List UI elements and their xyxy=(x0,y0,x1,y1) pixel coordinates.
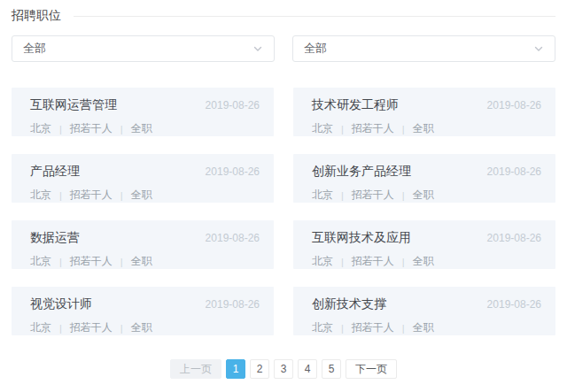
category-select[interactable]: 全部 xyxy=(12,35,275,62)
job-headcount: 招若干人 xyxy=(352,320,394,335)
meta-separator: | xyxy=(113,190,131,201)
job-meta: 北京 | 招若干人 | 全职 xyxy=(30,121,260,136)
pagination: 上一页 1 2 3 4 5 下一页 xyxy=(12,359,555,379)
job-title: 技术研发工程师 xyxy=(312,97,399,113)
page-button-2[interactable]: 2 xyxy=(250,359,269,379)
job-location: 北京 xyxy=(312,121,333,136)
meta-separator: | xyxy=(113,124,131,135)
job-date: 2019-08-26 xyxy=(487,165,541,178)
job-card[interactable]: 产品经理 2019-08-26 北京 | 招若干人 | 全职 xyxy=(12,154,274,203)
job-card[interactable]: 互联网技术及应用 2019-08-26 北京 | 招若干人 | 全职 xyxy=(293,220,555,269)
job-title: 产品经理 xyxy=(30,164,80,180)
job-card[interactable]: 技术研发工程师 2019-08-26 北京 | 招若干人 | 全职 xyxy=(293,88,555,136)
job-title: 互联网技术及应用 xyxy=(312,230,411,246)
job-date: 2019-08-26 xyxy=(487,232,541,244)
meta-separator: | xyxy=(333,124,352,135)
job-title: 数据运营 xyxy=(30,230,80,246)
job-location: 北京 xyxy=(30,188,51,203)
job-meta: 北京 | 招若干人 | 全职 xyxy=(30,320,260,335)
meta-separator: | xyxy=(333,257,352,267)
job-type: 全职 xyxy=(413,320,434,335)
job-location: 北京 xyxy=(30,320,51,335)
job-headcount: 招若干人 xyxy=(70,320,113,335)
meta-separator: | xyxy=(51,323,70,334)
job-meta: 北京 | 招若干人 | 全职 xyxy=(312,188,541,203)
category-select-value: 全部 xyxy=(23,41,46,57)
meta-separator: | xyxy=(394,257,413,267)
job-type: 全职 xyxy=(131,320,152,335)
job-card[interactable]: 创新业务产品经理 2019-08-26 北京 | 招若干人 | 全职 xyxy=(293,154,555,203)
job-location: 北京 xyxy=(30,121,51,136)
job-headcount: 招若干人 xyxy=(70,121,113,136)
job-location: 北京 xyxy=(312,254,333,269)
job-headcount: 招若干人 xyxy=(352,188,394,203)
page-button-3[interactable]: 3 xyxy=(274,359,293,379)
job-headcount: 招若干人 xyxy=(70,188,113,203)
job-meta: 北京 | 招若干人 | 全职 xyxy=(30,254,260,269)
page-title: 招聘职位 xyxy=(12,8,61,24)
job-location: 北京 xyxy=(312,320,333,335)
job-meta: 北京 | 招若干人 | 全职 xyxy=(312,320,541,335)
header-divider xyxy=(74,16,555,17)
job-date: 2019-08-26 xyxy=(206,99,260,111)
job-title: 创新技术支撑 xyxy=(312,296,386,312)
meta-separator: | xyxy=(51,257,70,267)
job-title: 互联网运营管理 xyxy=(30,97,117,113)
job-type: 全职 xyxy=(413,254,434,269)
meta-separator: | xyxy=(394,124,413,135)
prev-page-button[interactable]: 上一页 xyxy=(170,359,221,379)
meta-separator: | xyxy=(394,190,413,201)
job-list: 互联网运营管理 2019-08-26 北京 | 招若干人 | 全职 技术研发工程… xyxy=(12,88,555,335)
meta-separator: | xyxy=(51,190,70,201)
job-headcount: 招若干人 xyxy=(352,121,394,136)
recruitment-page: 招聘职位 全部 全部 互联网运营管理 2019-08-26 北京 | xyxy=(0,0,567,392)
job-type: 全职 xyxy=(413,121,434,136)
job-title: 创新业务产品经理 xyxy=(312,164,411,180)
job-date: 2019-08-26 xyxy=(487,298,541,311)
job-date: 2019-08-26 xyxy=(206,165,260,178)
job-card[interactable]: 创新技术支撑 2019-08-26 北京 | 招若干人 | 全职 xyxy=(293,287,555,335)
job-card[interactable]: 数据运营 2019-08-26 北京 | 招若干人 | 全职 xyxy=(12,220,274,269)
job-headcount: 招若干人 xyxy=(70,254,113,269)
job-date: 2019-08-26 xyxy=(487,99,541,111)
page-button-1[interactable]: 1 xyxy=(226,359,245,379)
job-type: 全职 xyxy=(413,188,434,203)
chevron-down-icon xyxy=(533,43,544,54)
meta-separator: | xyxy=(394,323,413,334)
job-type: 全职 xyxy=(131,254,152,269)
job-location: 北京 xyxy=(312,188,333,203)
next-page-button[interactable]: 下一页 xyxy=(346,359,397,379)
job-date: 2019-08-26 xyxy=(206,232,260,244)
filter-bar: 全部 全部 xyxy=(12,35,555,62)
job-location: 北京 xyxy=(30,254,51,269)
meta-separator: | xyxy=(113,323,131,334)
job-date: 2019-08-26 xyxy=(206,298,260,311)
page-header: 招聘职位 xyxy=(12,7,555,25)
page-button-4[interactable]: 4 xyxy=(298,359,317,379)
meta-separator: | xyxy=(333,190,352,201)
job-title: 视觉设计师 xyxy=(30,296,92,312)
job-card[interactable]: 互联网运营管理 2019-08-26 北京 | 招若干人 | 全职 xyxy=(12,88,274,136)
job-type: 全职 xyxy=(131,188,152,203)
job-card[interactable]: 视觉设计师 2019-08-26 北京 | 招若干人 | 全职 xyxy=(12,287,274,335)
location-select-value: 全部 xyxy=(304,41,327,57)
job-meta: 北京 | 招若干人 | 全职 xyxy=(30,188,260,203)
job-type: 全职 xyxy=(131,121,152,136)
meta-separator: | xyxy=(333,323,352,334)
page-button-5[interactable]: 5 xyxy=(322,359,341,379)
meta-separator: | xyxy=(113,257,131,267)
job-headcount: 招若干人 xyxy=(352,254,394,269)
meta-separator: | xyxy=(51,124,70,135)
chevron-down-icon xyxy=(252,43,263,54)
job-meta: 北京 | 招若干人 | 全职 xyxy=(312,254,541,269)
job-meta: 北京 | 招若干人 | 全职 xyxy=(312,121,541,136)
location-select[interactable]: 全部 xyxy=(292,35,555,62)
